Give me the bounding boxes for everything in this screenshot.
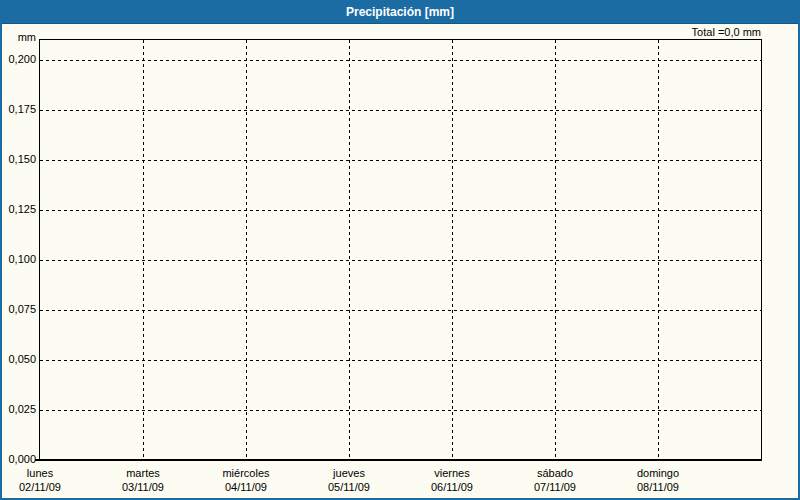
y-tick-label: 0,125 [2, 203, 36, 216]
y-axis-unit-label: mm [2, 31, 36, 44]
day-label: miércoles 04/11/09 [195, 466, 297, 494]
h-gridline [40, 360, 761, 361]
v-gridline [452, 40, 453, 459]
h-gridline [40, 260, 761, 261]
v-gridline [246, 40, 247, 459]
date-label: 05/11/09 [298, 480, 400, 494]
date-label: 04/11/09 [195, 480, 297, 494]
v-gridline [555, 40, 556, 459]
weekday-label: viernes [401, 466, 503, 480]
weekday-label: domingo [607, 466, 709, 480]
h-gridline [40, 110, 761, 111]
h-gridline [40, 410, 761, 411]
y-tick-label: 0,075 [2, 303, 36, 316]
chart-title: Precipitación [mm] [346, 5, 454, 19]
y-tick-label: 0,050 [2, 353, 36, 366]
h-gridline [40, 160, 761, 161]
day-label: martes 03/11/09 [92, 466, 194, 494]
y-tick-label: 0,175 [2, 103, 36, 116]
chart-window: Precipitación [mm] Total =0,0 mm mm 0,20… [0, 0, 800, 500]
h-gridline [40, 310, 761, 311]
h-gridline [40, 210, 761, 211]
day-label: domingo 08/11/09 [607, 466, 709, 494]
weekday-label: sábado [504, 466, 606, 480]
date-label: 08/11/09 [607, 480, 709, 494]
y-tick-label: 0,150 [2, 153, 36, 166]
weekday-label: martes [92, 466, 194, 480]
date-label: 03/11/09 [92, 480, 194, 494]
total-label: Total =0,0 mm [692, 26, 761, 39]
day-label: lunes 02/11/09 [0, 466, 91, 494]
v-gridline [349, 40, 350, 459]
weekday-label: lunes [0, 466, 91, 480]
y-tick-label: 0,000 [2, 453, 36, 466]
h-gridline [40, 60, 761, 61]
day-label: viernes 06/11/09 [401, 466, 503, 494]
v-gridline [143, 40, 144, 459]
y-tick-label: 0,100 [2, 253, 36, 266]
title-bar: Precipitación [mm] [2, 2, 798, 24]
date-label: 02/11/09 [0, 480, 91, 494]
weekday-label: miércoles [195, 466, 297, 480]
day-label: jueves 05/11/09 [298, 466, 400, 494]
y-tick-label: 0,025 [2, 403, 36, 416]
weekday-label: jueves [298, 466, 400, 480]
day-label: sábado 07/11/09 [504, 466, 606, 494]
y-tick-label: 0,200 [2, 53, 36, 66]
x-axis-corner-tick [35, 459, 39, 461]
date-label: 07/11/09 [504, 480, 606, 494]
plot-area [39, 39, 762, 461]
date-label: 06/11/09 [401, 480, 503, 494]
v-gridline [658, 40, 659, 459]
